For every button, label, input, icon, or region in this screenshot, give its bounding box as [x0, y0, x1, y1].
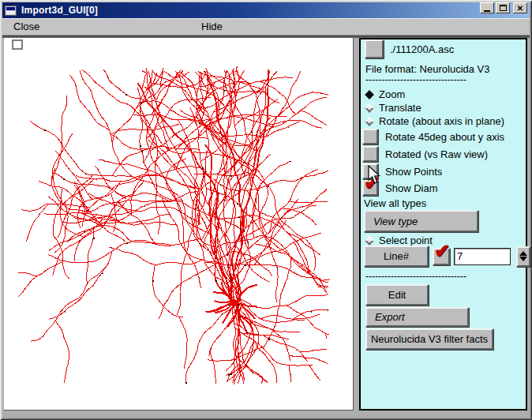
- file-format-row: File format: Neurolucida V3: [365, 63, 490, 75]
- neuron-drawing: [4, 38, 354, 411]
- radio-translate[interactable]: Translate: [362, 102, 421, 114]
- line-number-button[interactable]: Line#: [364, 246, 429, 267]
- maximize-icon: [500, 5, 507, 11]
- close-icon: ✕: [517, 4, 523, 13]
- checkbox-icon: ✔: [362, 146, 378, 162]
- file-row: ./111200A.asc: [365, 39, 454, 58]
- checkbox-rotated[interactable]: ✔ Rotated (vs Raw view): [362, 146, 488, 162]
- minimize-icon: [484, 10, 490, 12]
- line-number-checkbox[interactable]: ✔: [433, 248, 450, 265]
- file-format-label: File format: Neurolucida V3: [365, 63, 490, 75]
- checkmark-icon: ✔: [434, 242, 450, 261]
- spinner-down-icon: [519, 257, 527, 261]
- file-name-label: ./111200A.asc: [390, 43, 454, 55]
- export-button[interactable]: Export: [365, 307, 469, 327]
- checkbox-icon: ✔: [362, 129, 378, 144]
- spinner-up-icon: [519, 251, 527, 256]
- separator-2: --------------------------------: [365, 271, 466, 282]
- radio-diamond-icon: [365, 103, 373, 112]
- menu-hide[interactable]: Hide: [201, 21, 223, 32]
- neurolucida-filter-facts-button[interactable]: Neurolucida V3 filter facts: [365, 328, 493, 350]
- line-number-row: Line# ✔: [364, 246, 530, 267]
- window-controls: ✕: [480, 2, 527, 13]
- file-menu-button[interactable]: [365, 39, 384, 58]
- mouse-cursor-icon: [368, 165, 381, 185]
- title-bar[interactable]: Import3d_GUI[0]: [2, 2, 530, 18]
- line-number-field[interactable]: [454, 248, 511, 265]
- radio-rotate[interactable]: Rotate (about axis in plane): [362, 115, 504, 127]
- radio-select-point[interactable]: Select point: [362, 234, 433, 246]
- minimize-button[interactable]: [480, 2, 494, 13]
- radio-diamond-icon: [365, 90, 373, 99]
- separator-1: --------------------------------: [365, 74, 466, 85]
- window-title: Import3d_GUI[0]: [21, 5, 98, 16]
- window-icon[interactable]: [5, 6, 17, 16]
- checkbox-rotate45[interactable]: ✔ Rotate 45deg about y axis: [362, 129, 504, 144]
- maximize-button[interactable]: [496, 2, 510, 13]
- menu-close[interactable]: Close: [13, 21, 39, 32]
- view-type-button[interactable]: View type: [364, 210, 478, 232]
- view-all-types-label: View all types: [364, 197, 426, 209]
- edit-button[interactable]: Edit: [365, 284, 429, 306]
- menu-bar: Close Hide: [2, 18, 530, 36]
- import3d-window: Import3d_GUI[0] ✕ Close Hide ./111200A.a…: [0, 0, 532, 420]
- radio-diamond-icon: [365, 236, 373, 245]
- morphology-canvas[interactable]: [4, 38, 354, 411]
- close-button[interactable]: ✕: [513, 2, 527, 13]
- control-panel: ./111200A.asc File format: Neurolucida V…: [359, 38, 527, 411]
- line-number-stepper[interactable]: [516, 246, 530, 267]
- radio-zoom[interactable]: Zoom: [362, 88, 405, 100]
- radio-diamond-icon: [365, 117, 373, 126]
